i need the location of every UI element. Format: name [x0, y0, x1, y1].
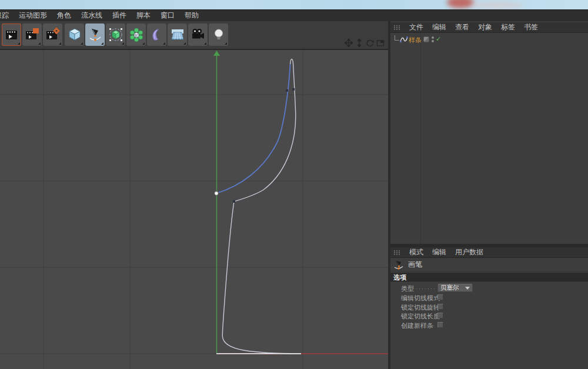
hierarchy-branch-icon — [395, 35, 399, 41]
render-view-button[interactable] — [2, 24, 21, 46]
dotted-leader — [416, 289, 436, 289]
submenu-triangle — [122, 42, 124, 45]
am-menu-mode[interactable]: 模式 — [409, 247, 423, 257]
floor-grid-icon — [170, 27, 185, 42]
lock-tangent-length-checkbox[interactable] — [437, 313, 443, 318]
om-menu-objects[interactable]: 对象 — [478, 22, 492, 32]
create-new-spline-row: 创建新样条 — [390, 321, 588, 330]
deformer-button[interactable] — [147, 24, 166, 46]
submenu-triangle — [142, 42, 145, 45]
render-to-picture-viewer-button[interactable] — [22, 24, 42, 46]
pen-tool-icon — [393, 260, 404, 270]
spline-type-dropdown[interactable]: 贝塞尔 — [437, 284, 473, 292]
light-bulb-icon — [211, 27, 226, 42]
spline-type-value: 贝塞尔 — [440, 284, 459, 292]
menu-window[interactable]: 窗口 — [161, 11, 175, 21]
submenu-triangle — [163, 42, 165, 45]
object-manager-menu: 文件 编辑 查看 对象 标签 书签 — [390, 22, 588, 33]
viewport-maximize-icon[interactable] — [376, 38, 385, 47]
viewport-canvas[interactable] — [0, 49, 388, 369]
viewport-scene — [0, 50, 388, 369]
spline-selected-point[interactable] — [215, 192, 219, 196]
spline-control-points[interactable] — [233, 88, 295, 203]
lock-tangent-rotation-checkbox[interactable] — [437, 304, 443, 310]
om-menu-bookmarks[interactable]: 书签 — [524, 22, 538, 32]
submenu-triangle — [183, 42, 186, 45]
camera-icon — [191, 27, 206, 42]
wallpaper-pink-streak — [470, 2, 523, 8]
om-menu-tags[interactable]: 标签 — [501, 22, 515, 32]
menu-tracking[interactable]: 跟踪 — [0, 11, 9, 21]
right-panel: 文件 编辑 查看 对象 标签 书签 样条 ✓ — [388, 21, 588, 369]
wallpaper-red-blob — [447, 0, 474, 8]
main-menu-bar: 跟踪 运动图形 角色 流水线 插件 脚本 窗口 帮助 — [0, 9, 588, 21]
enabled-check-icon[interactable]: ✓ — [436, 35, 441, 43]
am-menu-userdata[interactable]: 用户数据 — [455, 247, 483, 257]
menu-help[interactable]: 帮助 — [185, 11, 199, 21]
array-generator-icon — [129, 27, 144, 42]
deformer-icon — [149, 27, 165, 42]
options-section-header[interactable]: 选项 — [390, 273, 588, 281]
pen-spline-tool-button[interactable] — [85, 24, 105, 46]
cube-icon — [67, 27, 82, 42]
om-menu-edit[interactable]: 编辑 — [432, 22, 446, 32]
type-field-row: 类型 贝塞尔 — [390, 284, 588, 293]
active-tool-name: 画笔 — [408, 260, 422, 270]
submenu-triangle — [81, 42, 83, 45]
viewport-zoom-icon[interactable] — [355, 38, 363, 47]
lock-tangent-rotation-row: 锁定切线旋转 — [390, 303, 588, 311]
panel-grip-icon[interactable] — [393, 250, 400, 256]
subdivision-surface-button[interactable] — [106, 24, 125, 46]
submenu-triangle — [101, 42, 103, 45]
layer-swatch-icon[interactable] — [423, 36, 429, 42]
environment-floor-button[interactable] — [168, 24, 187, 46]
menu-mograph[interactable]: 运动图形 — [19, 11, 47, 21]
lock-tangent-rotation-label: 锁定切线旋转 — [401, 303, 440, 312]
camera-button[interactable] — [188, 24, 208, 46]
attribute-manager-menu: 模式 编辑 用户数据 — [390, 247, 588, 258]
object-row-spline[interactable]: 样条 ✓ — [390, 34, 588, 45]
create-button-group — [65, 24, 228, 46]
edit-tangent-mode-checkbox[interactable] — [437, 294, 443, 300]
type-label: 类型 — [401, 284, 414, 293]
lock-tangent-length-row: 锁定切线长度 — [390, 311, 588, 320]
cinema4d-window: 跟踪 运动图形 角色 流水线 插件 脚本 窗口 帮助 — [0, 0, 588, 369]
menu-plugins[interactable]: 插件 — [112, 11, 126, 21]
array-generator-button[interactable] — [126, 24, 146, 46]
viewport-grid — [0, 50, 388, 369]
lock-tangent-length-label: 锁定切线长度 — [401, 312, 440, 321]
am-menu-edit[interactable]: 编辑 — [432, 247, 446, 257]
dotted-leader — [433, 326, 436, 326]
menu-pipeline[interactable]: 流水线 — [81, 11, 102, 21]
light-button[interactable] — [209, 24, 228, 46]
create-new-spline-label: 创建新样条 — [401, 321, 433, 330]
y-axis-arrow — [213, 51, 220, 56]
render-settings-icon — [45, 27, 61, 42]
add-cube-primitive-button[interactable] — [65, 24, 84, 46]
submenu-triangle — [38, 42, 41, 45]
spline-curve-unselected[interactable] — [222, 59, 301, 354]
viewport-rotate-icon[interactable] — [365, 38, 374, 47]
submenu-triangle — [59, 42, 61, 45]
spline-object-icon — [400, 35, 408, 43]
subdivision-surface-icon — [108, 27, 123, 42]
pen-spline-icon — [88, 27, 103, 42]
object-name-label[interactable]: 样条 — [409, 36, 422, 45]
create-new-spline-checkbox[interactable] — [437, 322, 443, 328]
viewport-pan-icon[interactable] — [344, 38, 353, 47]
om-menu-file[interactable]: 文件 — [409, 22, 423, 32]
edit-tangent-mode-label: 编辑切线模式 — [401, 294, 440, 303]
submenu-triangle — [204, 42, 206, 45]
panel-grip-icon[interactable] — [393, 25, 400, 31]
om-menu-view[interactable]: 查看 — [455, 22, 469, 32]
edit-tangent-mode-row: 编辑切线模式 — [390, 293, 588, 302]
object-list[interactable]: 样条 ✓ — [390, 33, 588, 244]
render-button-group — [2, 24, 62, 46]
submenu-triangle — [225, 42, 227, 45]
menu-script[interactable]: 脚本 — [136, 11, 151, 21]
render-settings-button[interactable] — [43, 24, 62, 46]
menu-character[interactable]: 角色 — [57, 11, 71, 21]
desktop-wallpaper — [0, 0, 588, 9]
render-picture-viewer-icon — [25, 27, 40, 42]
object-list-column-divider — [420, 33, 421, 244]
